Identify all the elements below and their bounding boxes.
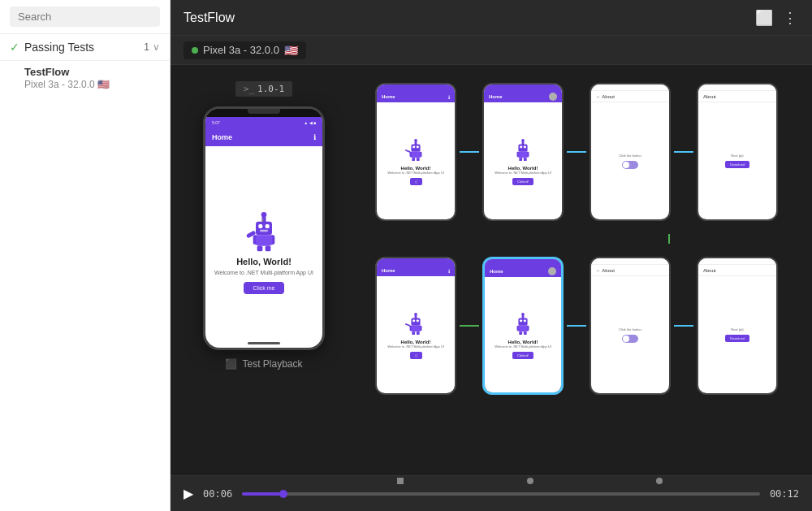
sp-navbar-about-dl-r2: About [698,265,776,276]
window-icon[interactable]: ⬜ [754,7,775,28]
sp-about-text-r2: Click the button [619,327,641,331]
sidebar-item-label: Passing Tests [24,41,144,54]
search-input[interactable] [10,6,160,27]
svg-rect-39 [411,326,420,331]
sp-navbar-about-r2: ← About [591,265,669,276]
sp-toggle-thumb [623,162,629,168]
svg-rect-19 [411,152,420,158]
sp-welcome-1: Welcome to .NET Multi-platform App UI [387,171,444,175]
sp-screen-home-2: Home [484,84,562,219]
svg-point-26 [521,139,525,142]
timeline-marker-2 [527,478,533,484]
sp-statusbar-2 [484,84,562,91]
svg-point-16 [414,139,417,142]
sp-body: Hello, World! Welcome to .NET Multi-plat… [377,102,455,219]
flow-rows-container: Home ℹ [365,73,804,405]
sp-circle-icon [549,93,557,101]
flow-phone-2-2-highlighted: Home [482,257,564,395]
sp-statusbar-about-r2 [591,258,669,265]
main-phone-mockup: 5:07 ▲ ◀ ■ Home ℹ [203,106,325,350]
svg-rect-9 [257,246,263,252]
device-label: Pixel 3a - 32.0.0 [203,44,279,56]
sidebar-item-passing-tests[interactable]: ✓ Passing Tests 1 ∨ [0,34,170,61]
sp-about-dl-body: Next (pt) Download [698,102,776,219]
svg-rect-13 [412,145,415,148]
chevron-down-icon: ∨ [153,41,160,53]
timeline-progress [242,492,283,496]
sp-btn-r2-1: ◻ [410,352,422,359]
device-status-dot [192,47,198,54]
left-panel: 1.0-1 5:07 ▲ ◀ ■ Home ℹ [171,65,357,475]
phone-navbar: Home ℹ [205,128,322,146]
svg-rect-24 [524,145,526,148]
check-icon: ✓ [10,41,19,54]
sp-info-icon-r2: ℹ [448,268,450,274]
svg-rect-44 [524,319,526,322]
phone-click-button[interactable]: Click me [244,282,285,294]
flow-phone-2-3: ← About Click the button [590,257,671,395]
sp-body-2: Hello, World! Welcome to .NET Multi-plat… [484,102,562,219]
sp-navbar-about-dl: About [698,91,776,102]
sp-statusbar-r2-2 [485,259,561,266]
device-header: Pixel 3a - 32.0.0 🇺🇸 [171,36,812,65]
sp-navbar-r2: Home ℹ [377,265,455,276]
sp-about-text: Click the button [619,154,641,158]
top-bar-left: TestFlow [184,11,235,25]
sp-navbar: Home ℹ [377,91,455,102]
phone-statusbar: 5:07 ▲ ◀ ■ [205,117,322,128]
sp-statusbar-r2 [377,258,455,265]
sp-download-btn: Download [725,161,749,168]
sp-body-r2: Hello, World! Welcome to .NET Multi-plat… [377,276,455,393]
phone-nav-title: Home [212,133,232,141]
sp-screen-about-r2: ← About Click the button [591,258,669,393]
svg-rect-34 [417,319,419,322]
sp-about-dl-text: Next (pt) [731,154,743,158]
svg-rect-1 [258,224,262,228]
phone-body: Hello, World! Welcome to .NET Multi-plat… [205,146,322,350]
sp-nav-title-r2: Home [382,268,395,273]
svg-point-5 [261,212,267,218]
main-content: TestFlow ⬜ ⋮ Pixel 3a - 32.0.0 🇺🇸 1.0-1 [171,0,812,511]
marker-dot-3 [656,478,663,484]
sp-statusbar-about-dl-r2 [698,258,776,265]
timeline-track[interactable] [242,492,760,496]
flow-phone-1-4: About Next (pt) Download [697,83,778,221]
svg-rect-20 [412,158,415,161]
sidebar-badge: 1 [144,41,149,53]
phone-welcome-text: Welcome to .NET Multi-platform App UI [214,270,313,275]
sp-about-dl-text-r2: Next (pt) [731,327,743,331]
sp-about-body: Click the button [591,102,669,219]
svg-point-36 [414,313,417,316]
more-options-icon[interactable]: ⋮ [781,7,799,28]
svg-rect-33 [412,319,415,322]
sp-toggle-r2 [622,335,638,343]
flow-phone-1-3: ← About Click the button [590,83,671,221]
svg-rect-32 [411,318,420,326]
sp-about-dl-body-r2: Next (pt) Download [698,276,776,393]
marker-dot-1 [397,478,404,484]
phone-notch-area [205,109,322,117]
svg-rect-10 [266,246,271,252]
sp-screen-about: ← About Click the button [591,84,669,219]
sidebar-sub-item-testflow[interactable]: TestFlow Pixel 3a - 32.0.0 🇺🇸 [0,61,170,95]
flow-phone-2-1: Home ℹ [375,257,456,395]
flow-phone-1-2: Home [482,83,564,221]
svg-rect-40 [412,331,415,335]
phone-notch [248,109,280,114]
flow-phone-2-4: About Next (pt) Download [697,257,778,395]
sp-navbar-2: Home [484,91,562,102]
timeline-thumb [279,490,287,498]
sp-welcome-2: Welcome to .NET Multi-platform App UI [495,171,551,175]
svg-rect-51 [524,331,527,335]
sp-toggle-thumb-r2 [623,336,629,342]
top-bar-icons: ⬜ ⋮ [754,7,799,28]
sp-about-body-r2: Click the button [591,276,669,393]
sp-info-icon: ℹ [448,94,450,100]
robot-illustration [244,208,284,257]
sp-robot-r2-2 [512,310,534,338]
vertical-connector [541,234,797,244]
flow-phone-1-1: Home ℹ [375,83,456,221]
play-button[interactable]: ▶ [184,486,193,501]
sp-statusbar-about-dl [698,84,776,91]
current-time: 00:06 [203,488,232,500]
